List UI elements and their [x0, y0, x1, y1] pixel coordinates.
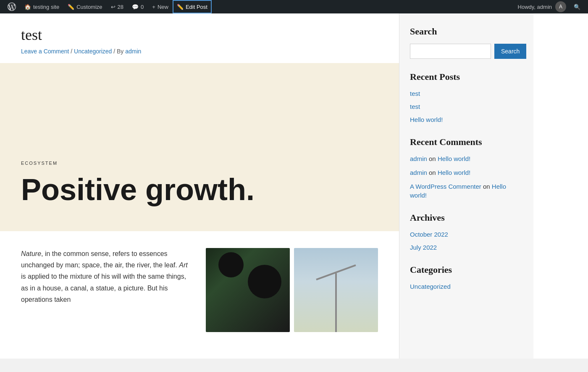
edit-icon: ✏️: [177, 4, 184, 10]
revisions-count: 28: [118, 4, 123, 10]
comment-author-1[interactable]: admin: [410, 169, 427, 176]
comments-count: 0: [141, 4, 144, 10]
post-meta: Leave a Comment / Uncategorized / By adm…: [21, 48, 378, 55]
recent-post-2[interactable]: Hello world!: [410, 115, 523, 124]
author-link[interactable]: admin: [125, 48, 141, 55]
recent-comments-title: Recent Comments: [410, 137, 523, 148]
adminbar-right: Howdy, admin A 🔍: [518, 0, 585, 13]
main-content: test Leave a Comment / Uncategorized / B…: [0, 13, 399, 359]
categories-title: Categories: [410, 264, 523, 275]
post-text: Nature, in the common sense, refers to e…: [21, 248, 193, 305]
sidebar-categories: Categories Uncategorized: [410, 264, 523, 291]
revisions-icon: ↩: [111, 4, 116, 10]
customize-label: Customize: [76, 4, 102, 10]
new-label: New: [158, 4, 168, 10]
post-title: test: [21, 26, 378, 44]
site-name-label: testing site: [33, 4, 59, 10]
art-italic: Art: [179, 261, 187, 269]
sidebar-recent-comments: Recent Comments admin on Hello world! ad…: [410, 137, 523, 200]
search-button[interactable]: Search: [494, 44, 526, 59]
windmill-image: [294, 248, 378, 332]
comment-item-1: admin on Hello world!: [410, 168, 523, 177]
howdy-text: Howdy, admin: [518, 4, 552, 10]
revisions-button[interactable]: ↩ 28: [107, 0, 128, 13]
new-button[interactable]: + New: [148, 0, 173, 13]
category-0[interactable]: Uncategorized: [410, 282, 523, 291]
search-input[interactable]: [410, 44, 491, 59]
recent-post-1[interactable]: test: [410, 102, 523, 111]
sidebar-recent-posts: Recent Posts test test Hello world!: [410, 71, 523, 124]
forest-image: [206, 248, 290, 332]
post-content-grid: Nature, in the common sense, refers to e…: [21, 248, 378, 332]
recent-posts-title: Recent Posts: [410, 71, 523, 82]
post-header: test Leave a Comment / Uncategorized / B…: [0, 13, 399, 63]
hero-heading: Positive growth.: [21, 174, 378, 206]
wp-logo-button[interactable]: [3, 0, 20, 13]
archives-title: Archives: [410, 212, 523, 223]
admin-bar: 🏠 testing site ✏️ Customize ↩ 28 💬 0 + N…: [0, 0, 588, 13]
sidebar-search-section: Search Search: [410, 26, 523, 59]
recent-post-0[interactable]: test: [410, 89, 523, 98]
page-outer: test Leave a Comment / Uncategorized / B…: [0, 0, 588, 359]
comment-author-2[interactable]: A WordPress Commenter: [410, 183, 481, 190]
comment-item-0: admin on Hello world!: [410, 154, 523, 163]
hero-section: ECOSYSTEM Positive growth.: [0, 63, 399, 231]
category-link[interactable]: Uncategorized: [74, 48, 112, 55]
search-box: Search: [410, 44, 523, 59]
page-wrapper: test Leave a Comment / Uncategorized / B…: [0, 13, 588, 359]
comment-item-2: A WordPress Commenter on Hello world!: [410, 182, 523, 200]
comments-icon: 💬: [132, 4, 139, 10]
comment-post-1[interactable]: Hello world!: [438, 169, 470, 176]
site-name-button[interactable]: 🏠 testing site: [20, 0, 63, 13]
adminbar-search-icon[interactable]: 🔍: [570, 0, 585, 13]
post-images: [206, 248, 378, 332]
customize-icon: ✏️: [68, 4, 74, 10]
nature-italic: Nature: [21, 250, 41, 257]
comments-button[interactable]: 💬 0: [128, 0, 148, 13]
post-body: Nature, in the common sense, refers to e…: [0, 231, 399, 349]
edit-post-label: Edit Post: [186, 4, 207, 10]
archive-1[interactable]: July 2022: [410, 243, 523, 252]
comment-post-0[interactable]: Hello world!: [438, 155, 470, 162]
ecosystem-label: ECOSYSTEM: [21, 161, 378, 166]
archive-0[interactable]: October 2022: [410, 230, 523, 239]
edit-post-button[interactable]: ✏️ Edit Post: [173, 0, 212, 13]
leave-comment-link[interactable]: Leave a Comment: [21, 48, 69, 55]
sidebar-archives: Archives October 2022 July 2022: [410, 212, 523, 252]
customize-button[interactable]: ✏️ Customize: [63, 0, 106, 13]
search-section-title: Search: [410, 26, 523, 37]
avatar: A: [555, 1, 566, 12]
add-icon: +: [152, 4, 155, 10]
sidebar: Search Search Recent Posts test test Hel…: [399, 13, 533, 359]
comment-author-0[interactable]: admin: [410, 155, 427, 162]
site-icon: 🏠: [24, 4, 31, 10]
